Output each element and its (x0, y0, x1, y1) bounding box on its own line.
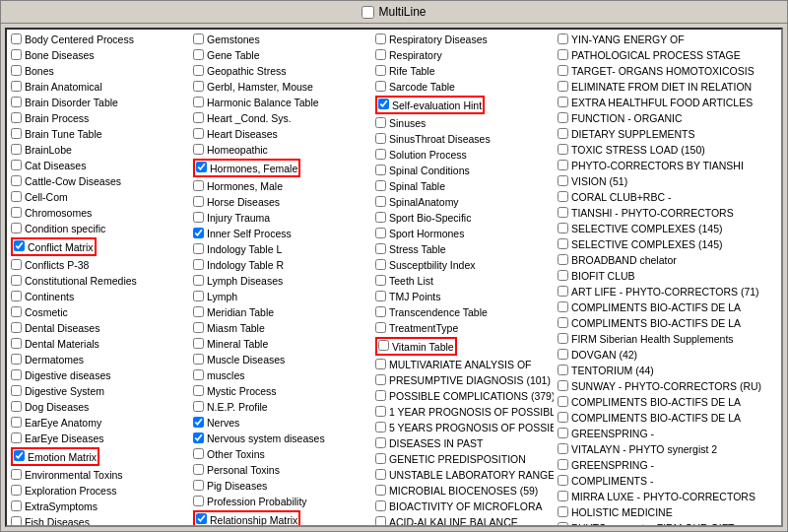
item-label[interactable]: SpinalAnatomy (389, 195, 459, 209)
item-label[interactable]: Lymph Diseases (207, 274, 283, 288)
item-label[interactable]: Indology Table L (207, 242, 282, 256)
item-label[interactable]: VISION (51) (571, 174, 627, 188)
item-label[interactable]: UNSTABLE LABORATORY RANGES (389, 468, 554, 482)
item-label[interactable]: Lymph (207, 290, 237, 303)
item-label[interactable]: DIETARY SUPPLEMENTS (571, 127, 694, 141)
item-label[interactable]: Sinuses (389, 116, 426, 130)
item-checkbox[interactable] (193, 180, 204, 191)
item-checkbox[interactable] (11, 49, 22, 60)
item-label[interactable]: Horse Diseases (207, 195, 280, 209)
item-checkbox[interactable] (375, 212, 386, 223)
item-checkbox[interactable] (375, 500, 386, 511)
item-label[interactable]: Vitamin Table (392, 341, 454, 353)
item-checkbox[interactable] (375, 516, 386, 525)
item-checkbox[interactable] (193, 243, 204, 254)
item-checkbox[interactable] (558, 506, 568, 517)
item-checkbox[interactable] (558, 301, 568, 312)
item-checkbox[interactable] (558, 396, 568, 407)
item-label[interactable]: GREENSPRING - (571, 458, 654, 472)
item-checkbox[interactable] (193, 369, 204, 380)
item-checkbox[interactable] (11, 354, 22, 365)
item-checkbox[interactable] (558, 254, 568, 265)
item-label[interactable]: Stress Table (389, 242, 446, 256)
item-label[interactable]: SUNWAY - PHYTO-CORRECTORS (RU) (571, 379, 761, 393)
item-checkbox[interactable] (375, 117, 386, 128)
item-label[interactable]: YIN-YANG ENERGY OF (571, 33, 685, 46)
item-label[interactable]: ACID-ALKALINE BALANCE (389, 515, 518, 525)
item-checkbox[interactable] (11, 369, 22, 380)
item-label[interactable]: TOXIC STRESS LOAD (150) (571, 143, 705, 157)
item-label[interactable]: Mystic Process (207, 384, 277, 398)
item-label[interactable]: BIOACTIVITY OF MICROFLORA (389, 499, 543, 513)
item-label[interactable]: Digestive System (25, 384, 104, 398)
item-label[interactable]: Solution Process (389, 148, 467, 162)
item-label[interactable]: Dermatomes (25, 353, 84, 366)
item-label[interactable]: PHYTO -corrector FIRM OUR GIFT (571, 521, 734, 525)
item-checkbox[interactable] (193, 259, 204, 270)
item-label[interactable]: MIRRA LUXE - PHYTO-CORRECTORS (571, 490, 755, 503)
item-checkbox[interactable] (375, 306, 386, 317)
item-label[interactable]: Fish Diseases (25, 515, 90, 525)
item-label[interactable]: Relationship Matrix (210, 514, 297, 525)
item-checkbox[interactable] (375, 359, 386, 369)
item-checkbox[interactable] (558, 175, 568, 186)
item-label[interactable]: Brain Tune Table (25, 127, 102, 141)
item-checkbox[interactable] (558, 207, 568, 218)
item-checkbox[interactable] (11, 175, 22, 186)
item-label[interactable]: Profession Probability (207, 495, 307, 508)
item-label[interactable]: Indology Table R (207, 258, 284, 272)
item-checkbox[interactable] (193, 128, 204, 139)
item-label[interactable]: SELECTIVE COMPLEXES (145) (571, 222, 722, 235)
item-checkbox[interactable] (558, 428, 568, 438)
item-label[interactable]: Heart Diseases (207, 127, 278, 141)
item-checkbox[interactable] (558, 286, 568, 297)
item-label[interactable]: Dental Diseases (25, 321, 99, 335)
item-checkbox[interactable] (375, 259, 386, 270)
item-checkbox[interactable] (375, 291, 386, 301)
item-checkbox[interactable] (11, 516, 22, 525)
item-checkbox[interactable] (375, 33, 386, 44)
item-label[interactable]: Gene Table (207, 48, 260, 62)
item-checkbox[interactable] (193, 306, 204, 317)
item-label[interactable]: Spinal Table (389, 179, 445, 193)
item-label[interactable]: Sport Hormones (389, 227, 464, 240)
item-checkbox[interactable] (558, 223, 568, 233)
item-label[interactable]: Hormones, Male (207, 179, 283, 193)
item-label[interactable]: Teeth List (389, 274, 433, 288)
item-label[interactable]: Meridian Table (207, 305, 274, 319)
item-label[interactable]: Cat Diseases (25, 159, 86, 172)
item-label[interactable]: Cell-Com (25, 190, 68, 204)
item-checkbox[interactable] (11, 128, 22, 139)
item-checkbox[interactable] (11, 65, 22, 76)
item-checkbox[interactable] (193, 212, 204, 223)
item-label[interactable]: POSSIBLE COMPLICATIONS (379) (389, 389, 554, 403)
item-checkbox[interactable] (11, 306, 22, 317)
item-label[interactable]: Cattle-Cow Diseases (25, 174, 121, 188)
item-checkbox[interactable] (11, 33, 22, 44)
item-label[interactable]: Dental Materials (25, 337, 99, 351)
item-label[interactable]: BROADBAND chelator (571, 253, 677, 267)
item-checkbox[interactable] (11, 338, 22, 349)
item-label[interactable]: BIOFIT CLUB (571, 269, 635, 283)
item-label[interactable]: MICROBIAL BIOCENOSES (59) (389, 484, 538, 498)
item-label[interactable]: BrainLobe (25, 143, 72, 157)
item-label[interactable]: Brain Disorder Table (25, 96, 118, 109)
item-checkbox[interactable] (11, 112, 22, 123)
item-label[interactable]: Emotion Matrix (28, 451, 97, 463)
item-label[interactable]: Bone Diseases (25, 48, 95, 62)
item-checkbox[interactable] (558, 459, 568, 470)
item-checkbox[interactable] (378, 340, 389, 351)
item-label[interactable]: PATHOLOGICAL PROCESS STAGE (571, 48, 741, 62)
item-label[interactable]: 1 YEAR PROGNOSIS OF POSSIBLE (389, 405, 554, 419)
item-checkbox[interactable] (375, 469, 386, 480)
item-checkbox[interactable] (378, 99, 389, 109)
item-label[interactable]: Other Toxins (207, 447, 265, 461)
item-label[interactable]: Spinal Conditions (389, 164, 470, 177)
item-label[interactable]: EarEye Diseases (25, 432, 104, 445)
item-label[interactable]: Homeopathic (207, 143, 268, 157)
item-label[interactable]: Gerbl, Hamster, Mouse (207, 80, 313, 94)
item-checkbox[interactable] (11, 223, 22, 233)
item-label[interactable]: Pig Diseases (207, 479, 267, 493)
item-label[interactable]: Transcendence Table (389, 305, 488, 319)
item-checkbox[interactable] (558, 128, 568, 139)
